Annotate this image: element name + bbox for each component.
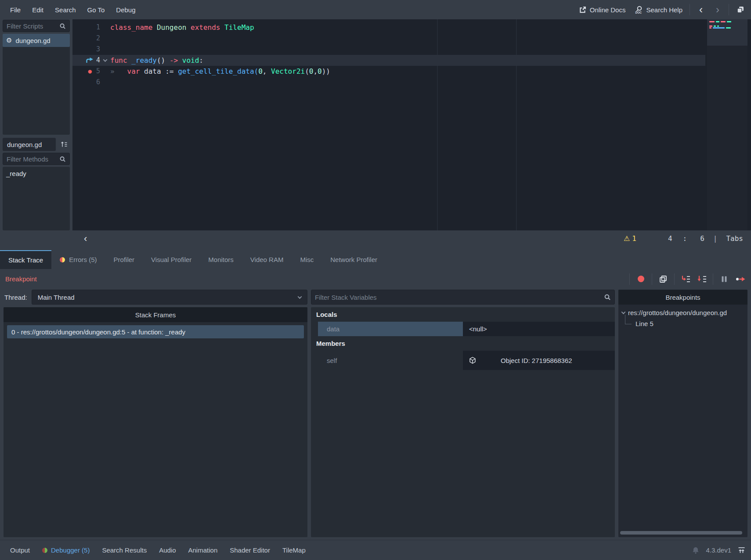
code-text: » var data := get_cell_tile_data(0, Vect… <box>110 66 330 77</box>
separator <box>729 4 729 15</box>
history-forward-button[interactable]: › <box>712 4 723 15</box>
code-line-3[interactable]: 3 <box>72 44 751 55</box>
breakpoint-line-label: Line 5 <box>635 320 654 327</box>
debugger-tab-video-ram[interactable]: Video RAM <box>242 250 292 269</box>
debugger-tab-misc[interactable]: Misc <box>292 250 322 269</box>
fold-icon[interactable] <box>100 55 110 66</box>
menu-go-to[interactable]: Go To <box>82 4 111 16</box>
copy-error-button[interactable] <box>658 274 668 284</box>
warning-count-badge[interactable]: ⚠ 1 <box>624 234 636 243</box>
notification-bell-icon[interactable] <box>692 546 700 554</box>
filter-methods-input[interactable]: Filter Methods <box>3 153 70 165</box>
gutter[interactable]: 1 <box>72 22 100 33</box>
doc-search-icon: DOC <box>634 5 643 14</box>
skip-breakpoints-button[interactable] <box>635 274 646 284</box>
continue-button[interactable] <box>735 274 746 284</box>
variable-row[interactable]: selfObject ID: 27195868362 <box>311 351 615 370</box>
fold-gutter <box>100 22 110 33</box>
minimap-mark-row <box>709 27 731 29</box>
code-line-1[interactable]: 1class_name Dungeon extends TileMap <box>72 22 751 33</box>
online-docs-button[interactable]: Online Docs <box>577 6 628 14</box>
variable-name[interactable]: data <box>318 322 463 336</box>
script-sidebar: Filter Scripts ⚙ dungeon.gd dungeon.gd F… <box>0 19 72 230</box>
variable-row[interactable]: data<null> <box>311 322 615 336</box>
scripts-panel-toggle-button[interactable] <box>734 5 747 14</box>
gutter[interactable]: 2 <box>72 33 100 44</box>
history-back-button[interactable]: ‹ <box>695 4 707 15</box>
filter-methods-placeholder: Filter Methods <box>7 155 59 163</box>
bottom-panel-shader-editor[interactable]: Shader Editor <box>225 544 275 556</box>
bottom-panel-animation[interactable]: Animation <box>184 544 223 556</box>
code-line-6[interactable]: 6 <box>72 77 751 88</box>
variable-value[interactable]: <null> <box>463 322 615 336</box>
stack-section: Thread: Main Thread Stack Frames 0 - res… <box>4 289 307 538</box>
gutter[interactable]: 3 <box>72 44 100 55</box>
code-line-2[interactable]: 2 <box>72 33 751 44</box>
script-name-field[interactable]: dungeon.gd <box>3 138 56 151</box>
pause-button[interactable] <box>719 274 729 284</box>
breakpoint-icon[interactable]: ● <box>88 66 92 77</box>
code-line-4[interactable]: 4func _ready() -> void: <box>72 55 705 66</box>
search-help-button[interactable]: DOC Search Help <box>632 5 684 14</box>
bottom-panel-tilemap[interactable]: TileMap <box>278 544 311 556</box>
sort-methods-button[interactable] <box>58 138 71 151</box>
error-warning-icon <box>60 257 65 262</box>
breakpoint-file-item[interactable]: res://grottos/dungeon/dungeon.gd <box>618 309 747 316</box>
script-item-dungeon-gd[interactable]: ⚙ dungeon.gd <box>3 34 70 47</box>
locals-rows: data<null> <box>311 322 615 336</box>
indent-mode[interactable]: Tabs <box>726 234 743 243</box>
gutter[interactable]: 6 <box>72 77 100 88</box>
horizontal-scrollbar[interactable] <box>620 531 742 535</box>
collapse-sidebar-button[interactable]: ‹ <box>84 234 87 244</box>
execution-arrow-icon <box>85 57 94 64</box>
minimap-viewport <box>707 19 747 46</box>
menu-file[interactable]: File <box>4 4 26 16</box>
copy-icon <box>659 275 668 284</box>
step-over-button[interactable] <box>697 274 707 284</box>
line-number: 4 <box>96 55 100 66</box>
bottom-panel-items: OutputDebugger (5)Search ResultsAudioAni… <box>5 544 311 556</box>
debugger-tab-network-profiler[interactable]: Network Profiler <box>322 250 386 269</box>
bottom-panel-debugger-5[interactable]: Debugger (5) <box>37 544 94 556</box>
search-help-label: Search Help <box>646 6 682 14</box>
menu-debug[interactable]: Debug <box>110 4 141 16</box>
thread-row: Thread: Main Thread <box>4 290 307 305</box>
step-into-button[interactable] <box>680 274 691 284</box>
breakpoint-line-item[interactable]: Line 5 <box>618 316 747 330</box>
filter-stack-variables-input[interactable]: Filter Stack Variables <box>311 290 615 305</box>
filter-scripts-input[interactable]: Filter Scripts <box>3 20 70 32</box>
debugger-tab-profiler[interactable]: Profiler <box>105 250 143 269</box>
status-right: ⚠ 1 4 : 6 | Tabs <box>624 234 743 243</box>
external-link-icon <box>579 6 587 14</box>
stack-frame-row[interactable]: 0 - res://grottos/dungeon/dungeon.gd:5 -… <box>7 325 304 338</box>
breakpoint-file-label: res://grottos/dungeon/dungeon.gd <box>628 309 727 316</box>
variable-value[interactable]: Object ID: 27195868362 <box>463 351 615 370</box>
debugger-tab-monitors[interactable]: Monitors <box>200 250 242 269</box>
menu-search[interactable]: Search <box>49 4 82 16</box>
members-header: Members <box>311 336 615 351</box>
debugger-tab-bar: Stack TraceErrors (5)ProfilerVisual Prof… <box>0 247 751 269</box>
expand-bottom-panel-button[interactable] <box>737 546 746 554</box>
locals-header: Locals <box>311 307 615 322</box>
code-line-5[interactable]: ●5» var data := get_cell_tile_data(0, Ve… <box>72 66 751 77</box>
method-item-ready[interactable]: _ready <box>3 167 70 180</box>
variable-name[interactable]: self <box>318 351 463 370</box>
bottom-panel-output[interactable]: Output <box>5 544 35 556</box>
thread-label: Thread: <box>4 294 27 301</box>
code-editor[interactable]: 1class_name Dungeon extends TileMap234fu… <box>72 19 751 230</box>
minimap[interactable] <box>707 19 747 230</box>
version-label: 4.3.dev1 <box>706 546 731 554</box>
debugger-tab-visual-profiler[interactable]: Visual Profiler <box>143 250 200 269</box>
gutter[interactable]: 4 <box>72 55 100 66</box>
debugger-tab-stack-trace[interactable]: Stack Trace <box>0 250 51 269</box>
gutter[interactable]: ●5 <box>72 66 100 77</box>
bottom-panel-audio[interactable]: Audio <box>154 544 181 556</box>
debugger-tab-errors-5[interactable]: Errors (5) <box>51 250 105 269</box>
menu-edit[interactable]: Edit <box>26 4 49 16</box>
thread-select[interactable]: Main Thread <box>32 290 307 305</box>
bottom-panel-search-results[interactable]: Search Results <box>97 544 152 556</box>
breakpoints-header: Breakpoints <box>618 290 747 305</box>
stack-variables-panel: Locals data<null> Members selfObject ID:… <box>311 307 615 537</box>
debug-tools <box>629 273 746 285</box>
object-cube-icon <box>469 357 476 364</box>
